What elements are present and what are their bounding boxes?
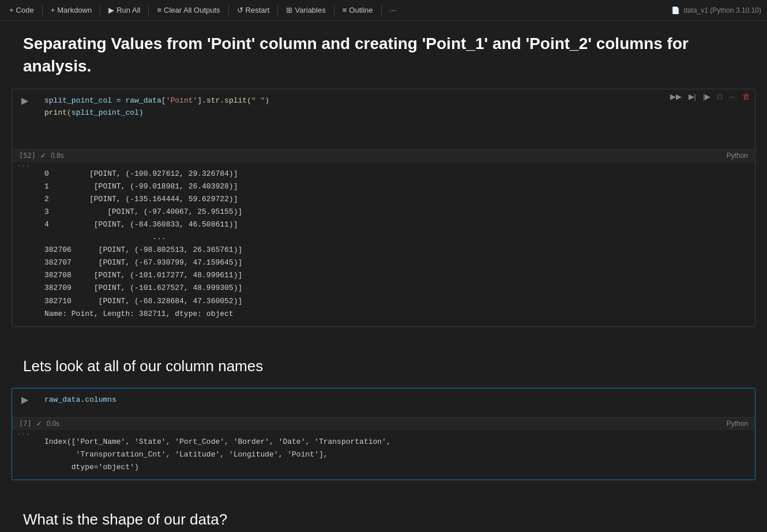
outline-icon: ≡ — [343, 6, 347, 14]
toolbar-separator-2 — [100, 5, 100, 16]
cell-status-4: [7] ✓ 0.0s Python — [12, 417, 755, 429]
more-icon: ··· — [390, 6, 396, 14]
markdown-cell-3: Lets look at all of our column names — [0, 333, 767, 382]
output-content-2: 0 [POINT, (-100.927612, 29.326784)] 1 [P… — [12, 161, 755, 326]
more-button[interactable]: ··· — [386, 4, 400, 16]
run-all-icon: ▶ — [108, 6, 114, 14]
code-content-4: raw_data.columns — [12, 388, 755, 417]
cell5-heading: What is the shape of our data? — [23, 509, 744, 530]
code-cell-4-wrapper: ▶ raw_data.columns [7] ✓ 0.0s Python ···… — [12, 388, 755, 480]
cell-controls-2: ▶▶ ▶| |▶ □ ··· 🗑 — [668, 91, 752, 102]
cell3-heading: Lets look at all of our column names — [23, 356, 744, 376]
cell-more-button[interactable]: ··· — [727, 91, 738, 102]
toolbar-separator-6 — [334, 5, 334, 16]
output-dots-2: ··· — [17, 161, 30, 170]
lang-2: Python — [727, 152, 748, 160]
split-cell-button[interactable]: □ — [715, 91, 724, 102]
toolbar-separator-4 — [228, 5, 229, 16]
toolbar-separator-3 — [148, 5, 149, 16]
file-icon: 📄 — [671, 6, 680, 14]
delete-cell-button[interactable]: 🗑 — [740, 91, 752, 102]
markdown-cell-1: Separating Values from 'Point' column an… — [0, 21, 767, 83]
markdown-cell-5: What is the shape of our data? — [0, 486, 767, 532]
output-area-2: ··· 0 [POINT, (-100.927612, 29.326784)] … — [12, 161, 755, 326]
toolbar-separator-5 — [277, 5, 278, 16]
execute-button[interactable]: ▶| — [686, 91, 698, 102]
output-content-4: Index(['Port_Name', 'State', 'Port_Code'… — [12, 429, 755, 480]
variables-icon: ⊞ — [286, 6, 292, 14]
run-all-button[interactable]: ▶ Run All — [105, 4, 144, 16]
code-cell-4: ▶ raw_data.columns [7] ✓ 0.0s Python ···… — [12, 388, 755, 480]
variables-button[interactable]: ⊞ Variables — [283, 4, 329, 16]
plus-icon-2: + — [51, 6, 55, 14]
code-content-2: split_point_col = raw_data['Point'].str.… — [12, 89, 755, 149]
plus-icon: + — [9, 6, 14, 14]
check-icon-2: ✓ — [40, 152, 46, 160]
notebook: Separating Values from 'Point' column an… — [0, 21, 767, 532]
toolbar-separator-1 — [42, 5, 43, 16]
code-cell-2-wrapper: ▶▶ ▶| |▶ □ ··· 🗑 ▶ split_point_col = raw… — [12, 89, 755, 326]
cell-number-2: [52] — [19, 152, 36, 160]
clear-icon: ≡ — [157, 6, 161, 14]
output-area-4: ··· Index(['Port_Name', 'State', 'Port_C… — [12, 429, 755, 480]
clear-all-button[interactable]: ≡ Clear All Outputs — [153, 4, 223, 16]
restart-icon: ↺ — [237, 6, 243, 14]
toolbar-separator-7 — [381, 5, 382, 16]
execute-above-button[interactable]: ▶▶ — [668, 91, 684, 102]
kernel-info: 📄 data_v1 (Python 3.10.10) — [671, 6, 761, 14]
exec-time-2: 0.8s — [51, 152, 64, 160]
code-cell-2: ▶▶ ▶| |▶ □ ··· 🗑 ▶ split_point_col = raw… — [12, 89, 755, 326]
lang-4: Python — [727, 420, 748, 428]
run-cell-button-2[interactable]: ▶ — [21, 95, 28, 106]
add-markdown-button[interactable]: + Markdown — [47, 4, 96, 16]
add-code-button[interactable]: + Code — [6, 4, 37, 16]
run-cell-button-4[interactable]: ▶ — [21, 394, 28, 405]
outline-button[interactable]: ≡ Outline — [339, 4, 377, 16]
restart-button[interactable]: ↺ Restart — [234, 4, 273, 16]
check-icon-4: ✓ — [36, 420, 42, 428]
toolbar: + Code + Markdown ▶ Run All ≡ Clear All … — [0, 0, 767, 21]
exec-time-4: 0.0s — [47, 420, 60, 428]
output-dots-4: ··· — [17, 429, 30, 438]
cell1-heading: Separating Values from 'Point' column an… — [23, 32, 744, 77]
cell-status-2: [52] ✓ 0.8s Python — [12, 149, 755, 161]
execute-below-button[interactable]: |▶ — [701, 91, 713, 102]
cell-number-4: [7] — [19, 420, 32, 428]
